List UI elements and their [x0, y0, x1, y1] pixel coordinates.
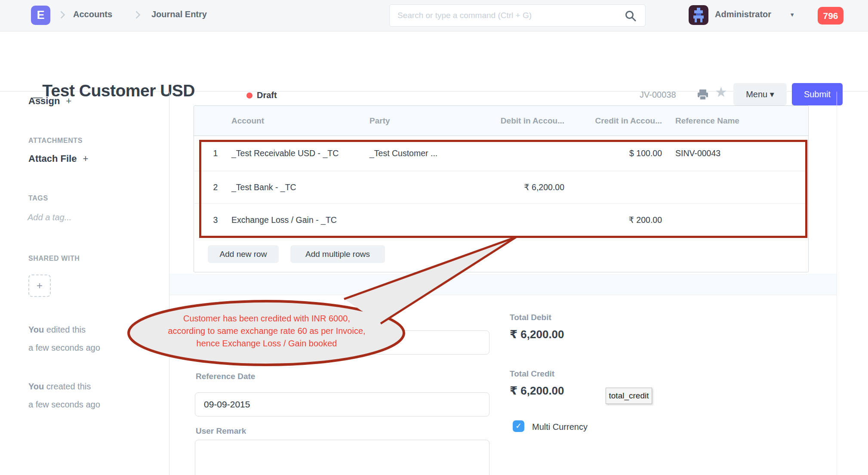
cell-account[interactable]: _Test Bank - _TC — [231, 171, 296, 203]
cell-account[interactable]: _Test Receivable USD - _TC — [231, 136, 339, 171]
total-debit-value: ₹ 6,200.00 — [510, 328, 564, 341]
breadcrumb-journal-entry[interactable]: Journal Entry — [151, 9, 207, 19]
row-index: 3 — [207, 204, 224, 236]
user-remark-label: User Remark — [196, 426, 246, 436]
row-index: 2 — [207, 171, 224, 203]
multi-currency-checkbox[interactable]: ✓ — [513, 420, 524, 432]
check-icon: ✓ — [515, 422, 522, 430]
star-icon[interactable]: ★ — [715, 84, 727, 100]
assign-plus-button[interactable]: + — [66, 96, 71, 106]
cell-party[interactable]: _Test Customer ... — [369, 136, 437, 171]
reference-number-input[interactable] — [195, 330, 489, 355]
attach-file-plus-button[interactable]: + — [83, 153, 88, 164]
cell-account[interactable]: Exchange Loss / Gain - _TC — [231, 204, 337, 236]
breadcrumb-chevron-icon — [132, 11, 140, 19]
activity-who: You — [28, 382, 44, 391]
assign-row: Assign+ — [28, 96, 71, 107]
activity-edited: You edited this — [28, 325, 86, 335]
activity-action: created this — [44, 382, 91, 391]
cell-credit[interactable]: ₹ 200.00 — [629, 204, 662, 236]
caret-down-icon: ▾ — [791, 11, 794, 19]
cell-debit[interactable]: ₹ 6,200.00 — [524, 171, 564, 203]
add-new-row-button[interactable]: Add new row — [208, 245, 279, 263]
attach-file-label: Attach File — [28, 153, 77, 164]
cell-credit[interactable]: $ 100.00 — [629, 136, 662, 171]
search-icon[interactable] — [625, 10, 637, 22]
activity-created: You created this — [28, 382, 91, 392]
user-menu[interactable]: Administrator — [715, 9, 771, 19]
status-badge: Draft — [257, 90, 277, 100]
total-credit-value: ₹ 6,200.00 — [510, 384, 564, 398]
journal-entry-page: E Accounts Journal Entry Administrator ▾… — [0, 0, 868, 475]
reference-date-label: Reference Date — [196, 372, 255, 381]
printer-icon[interactable] — [696, 88, 710, 102]
menu-button[interactable]: Menu ▾ — [733, 83, 787, 105]
page-header: _Test Customer USD Draft JV-00038 ★ Menu… — [0, 31, 868, 92]
menu-button-label: Menu — [746, 89, 767, 99]
activity-who: You — [28, 325, 44, 334]
column-header-account: Account — [231, 106, 264, 136]
activity-edited-when: a few seconds ago — [28, 343, 100, 353]
column-header-debit: Debit in Accou... — [501, 106, 564, 136]
total-debit-label: Total Debit — [510, 313, 551, 322]
shared-with-heading: SHARED WITH — [28, 255, 80, 262]
accounting-entries-grid: Account Party Debit in Accou... Credit i… — [194, 105, 809, 272]
activity-action: edited this — [44, 325, 86, 334]
multi-currency-label: Multi Currency — [532, 422, 588, 432]
activity-created-when: a few seconds ago — [28, 400, 100, 410]
reference-date-input[interactable] — [195, 392, 489, 416]
avatar[interactable] — [689, 5, 708, 25]
add-tag-input[interactable]: Add a tag... — [28, 213, 71, 222]
search-input[interactable] — [389, 4, 646, 27]
column-header-reference: Reference Name — [675, 106, 739, 136]
row-index: 1 — [207, 136, 224, 171]
annotation-line: Customer has been credited with INR 6000… — [138, 312, 396, 325]
grid-header-row: Account Party Debit in Accou... Credit i… — [194, 106, 808, 136]
status-dot-icon — [246, 93, 252, 99]
cell-reference[interactable]: SINV-00043 — [675, 136, 720, 171]
assign-label: Assign — [28, 96, 60, 106]
breadcrumb-accounts[interactable]: Accounts — [73, 9, 112, 19]
tags-heading: TAGS — [28, 194, 48, 202]
app-logo[interactable]: E — [31, 6, 50, 25]
caret-down-icon: ▾ — [770, 89, 774, 99]
share-plus-button[interactable]: + — [28, 275, 51, 297]
section-separator — [169, 274, 837, 295]
column-header-credit: Credit in Accou... — [595, 106, 662, 136]
robot-avatar-icon — [689, 5, 708, 25]
navbar: E Accounts Journal Entry Administrator ▾… — [0, 0, 868, 31]
attachments-heading: ATTACHMENTS — [28, 137, 83, 145]
breadcrumb-chevron-icon — [57, 11, 65, 19]
form-right-border — [837, 92, 837, 475]
user-remark-input[interactable] — [195, 440, 489, 475]
submit-button[interactable]: Submit — [792, 83, 843, 105]
field-tooltip: total_credit — [606, 388, 652, 404]
document-id: JV-00038 — [640, 90, 676, 100]
attach-file-row: Attach File+ — [28, 153, 88, 164]
column-header-party: Party — [369, 106, 390, 136]
add-multiple-rows-button[interactable]: Add multiple rows — [290, 245, 385, 263]
notification-badge[interactable]: 796 — [818, 7, 843, 25]
total-credit-label: Total Credit — [510, 369, 554, 379]
